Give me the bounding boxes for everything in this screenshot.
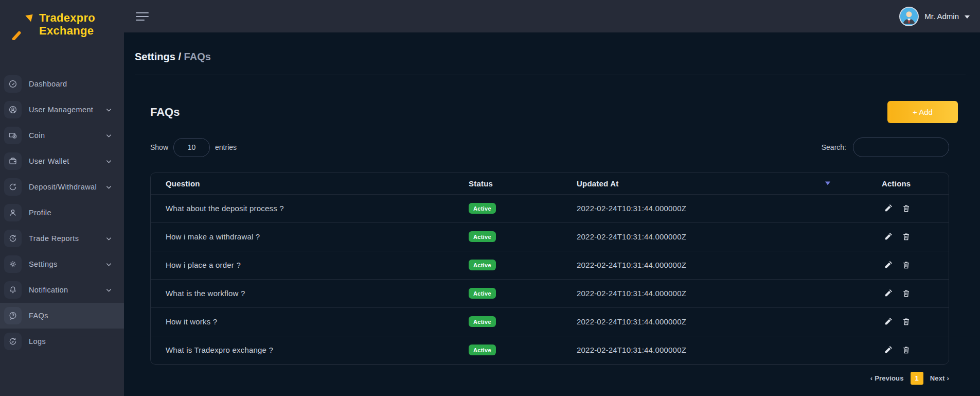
faq-updated-at: 2022-02-24T10:31:44.000000Z: [576, 222, 877, 251]
faq-question: How i place a order ?: [151, 251, 468, 279]
table-row: What is Tradexpro exchange ? Active 2022…: [151, 336, 949, 364]
brand-arrow-icon: [6, 8, 36, 40]
sidebar-item-user-wallet[interactable]: User Wallet: [0, 148, 124, 174]
status-badge: Active: [469, 260, 496, 270]
chevron-down-icon: [105, 132, 113, 140]
breadcrumb-separator: /: [178, 51, 181, 62]
user-name: Mr. Admin: [924, 12, 959, 21]
faq-updated-at: 2022-02-24T10:31:44.000000Z: [576, 194, 877, 222]
sidebar-item-coin[interactable]: Coin: [0, 123, 124, 148]
sidebar-item-faqs[interactable]: FAQs: [0, 303, 124, 329]
avatar: [899, 7, 919, 26]
column-header-updated-at[interactable]: Updated At: [576, 173, 877, 194]
coin-icon: [4, 127, 22, 144]
sidebar-item-deposit-withdrawal[interactable]: Deposit/Withdrawal: [0, 174, 124, 200]
status-badge: Active: [469, 316, 496, 327]
table-row: How i make a withdrawal ? Active 2022-02…: [151, 222, 949, 251]
hamburger-icon: [136, 12, 149, 13]
pagination-current-page[interactable]: 1: [911, 372, 923, 385]
faq-updated-at: 2022-02-24T10:31:44.000000Z: [576, 336, 877, 364]
chevron-down-icon: [105, 183, 113, 191]
main-area: Mr. Admin Settings / FAQs FAQs + Add Sho…: [124, 0, 980, 396]
edit-button[interactable]: [882, 202, 895, 214]
deposit-withdrawal-icon: [4, 178, 22, 196]
chevron-down-icon: [105, 235, 113, 243]
sidebar-item-dashboard[interactable]: Dashboard: [0, 71, 124, 97]
sidebar: Tradexpro Exchange Dashboard User Manage…: [0, 0, 124, 396]
chevron-down-icon: [105, 106, 113, 114]
sidebar-item-notification[interactable]: Notification: [0, 277, 124, 303]
entries-label: entries: [215, 143, 237, 151]
table-row: How i place a order ? Active 2022-02-24T…: [151, 251, 949, 279]
pagination-previous[interactable]: ‹ Previous: [870, 374, 904, 382]
page-title: FAQs: [150, 106, 180, 119]
pagination: ‹ Previous 1 Next ›: [124, 372, 949, 385]
status-badge: Active: [469, 345, 496, 355]
search-control: Search:: [822, 137, 949, 157]
entries-length-control: Show 10 entries: [150, 138, 237, 157]
table-row: What about the deposit process ? Active …: [151, 194, 949, 222]
trash-icon: [902, 261, 911, 269]
delete-button[interactable]: [900, 287, 913, 299]
user-menu[interactable]: Mr. Admin: [899, 7, 970, 26]
sidebar-item-profile[interactable]: Profile: [0, 200, 124, 226]
delete-button[interactable]: [900, 316, 913, 328]
delete-button[interactable]: [900, 259, 913, 271]
breadcrumb-section: Settings: [135, 51, 175, 62]
user-wallet-icon: [4, 152, 22, 170]
delete-button[interactable]: [900, 344, 913, 356]
logo[interactable]: Tradexpro Exchange: [0, 0, 124, 46]
edit-button[interactable]: [882, 287, 895, 299]
status-badge: Active: [469, 203, 496, 214]
pagination-next[interactable]: Next ›: [930, 374, 949, 382]
breadcrumb: Settings / FAQs: [135, 51, 980, 63]
faq-updated-at: 2022-02-24T10:31:44.000000Z: [576, 307, 877, 336]
edit-button[interactable]: [882, 259, 895, 271]
pencil-icon: [884, 317, 893, 326]
trash-icon: [902, 289, 911, 298]
pencil-icon: [884, 289, 893, 298]
faq-updated-at: 2022-02-24T10:31:44.000000Z: [576, 251, 877, 279]
sort-descending-icon: [825, 182, 830, 185]
edit-button[interactable]: [882, 344, 895, 356]
brand-name: Tradexpro Exchange: [39, 11, 95, 38]
breadcrumb-current: FAQs: [184, 51, 211, 62]
pencil-icon: [884, 346, 893, 354]
faq-table-card: Question Status Updated At Actions What …: [150, 173, 949, 365]
sidebar-nav: Dashboard User Management Coin User Wall…: [0, 71, 124, 354]
chevron-down-icon: [105, 286, 113, 294]
delete-button[interactable]: [900, 202, 913, 214]
profile-icon: [4, 204, 22, 221]
logs-icon: [4, 333, 22, 350]
search-input[interactable]: [853, 137, 949, 157]
faq-question: What about the deposit process ?: [151, 194, 468, 222]
edit-button[interactable]: [882, 231, 895, 243]
sidebar-item-logs[interactable]: Logs: [0, 329, 124, 354]
column-header-status[interactable]: Status: [468, 173, 576, 194]
caret-down-icon: [965, 15, 970, 19]
faq-question: What is Tradexpro exchange ?: [151, 336, 468, 364]
edit-button[interactable]: [882, 316, 895, 328]
sidebar-item-user-management[interactable]: User Management: [0, 97, 124, 123]
status-badge: Active: [469, 288, 496, 299]
column-header-question[interactable]: Question: [151, 173, 468, 194]
faq-question: How i make a withdrawal ?: [151, 222, 468, 251]
trash-icon: [902, 346, 911, 354]
delete-button[interactable]: [900, 231, 913, 243]
add-button[interactable]: + Add: [887, 101, 958, 123]
topbar: Mr. Admin: [124, 0, 980, 32]
trash-icon: [902, 204, 911, 213]
column-header-actions: Actions: [877, 173, 949, 194]
page-size-select[interactable]: 10: [173, 138, 210, 157]
breadcrumb-divider: [135, 75, 966, 75]
status-badge: Active: [469, 231, 496, 242]
sidebar-item-trade-reports[interactable]: Trade Reports: [0, 226, 124, 251]
notification-icon: [4, 281, 22, 299]
trade-reports-icon: [4, 230, 22, 247]
menu-toggle-button[interactable]: [135, 10, 150, 23]
show-label: Show: [150, 143, 168, 151]
pencil-icon: [884, 204, 893, 213]
faq-question: How it works ?: [151, 307, 468, 336]
sidebar-item-settings[interactable]: Settings: [0, 251, 124, 277]
settings-icon: [4, 255, 22, 273]
